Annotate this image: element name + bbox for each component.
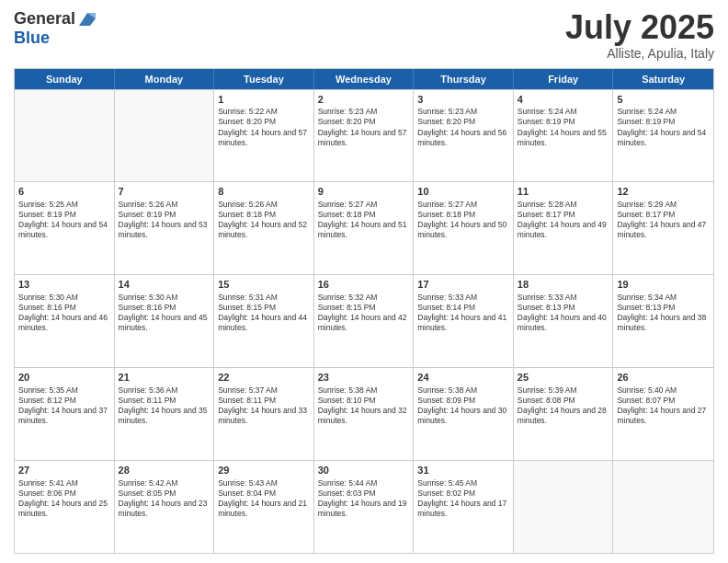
- sunset-text: Sunset: 8:20 PM: [218, 117, 310, 127]
- day-number: 26: [617, 371, 710, 385]
- day-cell-19: 19Sunrise: 5:34 AMSunset: 8:13 PMDayligh…: [613, 275, 713, 367]
- daylight-text: Daylight: 14 hours and 33 minutes.: [218, 406, 310, 426]
- day-cell-4: 4Sunrise: 5:24 AMSunset: 8:19 PMDaylight…: [514, 90, 614, 182]
- subtitle: Alliste, Apulia, Italy: [565, 46, 714, 61]
- sunset-text: Sunset: 8:15 PM: [318, 303, 410, 313]
- day-cell-7: 7Sunrise: 5:26 AMSunset: 8:19 PMDaylight…: [115, 182, 215, 274]
- day-cell-29: 29Sunrise: 5:43 AMSunset: 8:04 PMDayligh…: [214, 461, 314, 553]
- sunrise-text: Sunrise: 5:26 AM: [119, 200, 210, 210]
- sunset-text: Sunset: 8:17 PM: [617, 210, 710, 220]
- day-number: 10: [417, 185, 509, 199]
- sunset-text: Sunset: 8:18 PM: [218, 210, 310, 220]
- sunset-text: Sunset: 8:05 PM: [119, 488, 210, 499]
- day-number: 31: [417, 464, 509, 477]
- sunrise-text: Sunrise: 5:30 AM: [119, 293, 210, 303]
- sunset-text: Sunset: 8:11 PM: [119, 396, 210, 406]
- calendar-week-5: 27Sunrise: 5:41 AMSunset: 8:06 PMDayligh…: [15, 460, 713, 553]
- day-cell-12: 12Sunrise: 5:29 AMSunset: 8:17 PMDayligh…: [613, 182, 713, 274]
- daylight-text: Daylight: 14 hours and 30 minutes.: [417, 406, 509, 426]
- empty-cell: [15, 90, 115, 182]
- sunset-text: Sunset: 8:04 PM: [218, 488, 310, 499]
- sunset-text: Sunset: 8:07 PM: [617, 396, 710, 406]
- day-number: 5: [617, 93, 710, 107]
- day-number: 28: [119, 464, 210, 477]
- sunset-text: Sunset: 8:06 PM: [18, 488, 110, 499]
- sunrise-text: Sunrise: 5:39 AM: [518, 385, 609, 396]
- calendar-week-3: 13Sunrise: 5:30 AMSunset: 8:16 PMDayligh…: [15, 274, 713, 367]
- month-title: July 2025: [565, 9, 714, 46]
- sunrise-text: Sunrise: 5:38 AM: [318, 385, 410, 396]
- day-cell-23: 23Sunrise: 5:38 AMSunset: 8:10 PMDayligh…: [314, 368, 415, 460]
- empty-cell: [613, 461, 713, 553]
- sunset-text: Sunset: 8:16 PM: [18, 303, 110, 313]
- day-number: 13: [18, 278, 110, 292]
- calendar-week-1: 1Sunrise: 5:22 AMSunset: 8:20 PMDaylight…: [15, 89, 713, 182]
- daylight-text: Daylight: 14 hours and 17 minutes.: [417, 499, 509, 519]
- day-number: 20: [18, 371, 110, 385]
- daylight-text: Daylight: 14 hours and 21 minutes.: [218, 499, 310, 519]
- daylight-text: Daylight: 14 hours and 49 minutes.: [518, 220, 609, 240]
- day-number: 11: [518, 185, 609, 199]
- daylight-text: Daylight: 14 hours and 37 minutes.: [18, 406, 110, 426]
- day-cell-8: 8Sunrise: 5:26 AMSunset: 8:18 PMDaylight…: [214, 182, 314, 274]
- sunrise-text: Sunrise: 5:37 AM: [218, 385, 310, 396]
- day-cell-2: 2Sunrise: 5:23 AMSunset: 8:20 PMDaylight…: [314, 90, 415, 182]
- logo-icon: [77, 9, 97, 29]
- daylight-text: Daylight: 14 hours and 35 minutes.: [119, 406, 210, 426]
- day-cell-3: 3Sunrise: 5:23 AMSunset: 8:20 PMDaylight…: [414, 90, 514, 182]
- sunset-text: Sunset: 8:19 PM: [617, 117, 710, 127]
- day-cell-28: 28Sunrise: 5:42 AMSunset: 8:05 PMDayligh…: [115, 461, 215, 553]
- daylight-text: Daylight: 14 hours and 38 minutes.: [617, 313, 710, 333]
- daylight-text: Daylight: 14 hours and 55 minutes.: [518, 128, 609, 148]
- sunset-text: Sunset: 8:14 PM: [417, 303, 509, 313]
- day-number: 1: [218, 93, 310, 107]
- sunrise-text: Sunrise: 5:33 AM: [518, 293, 609, 303]
- daylight-text: Daylight: 14 hours and 28 minutes.: [518, 406, 609, 426]
- sunrise-text: Sunrise: 5:42 AM: [119, 478, 210, 488]
- sunrise-text: Sunrise: 5:33 AM: [417, 293, 509, 303]
- day-number: 2: [318, 93, 410, 107]
- sunrise-text: Sunrise: 5:22 AM: [218, 107, 310, 117]
- logo: General Blue: [14, 9, 97, 48]
- day-number: 6: [18, 185, 110, 199]
- sunset-text: Sunset: 8:09 PM: [417, 396, 509, 406]
- daylight-text: Daylight: 14 hours and 25 minutes.: [18, 499, 110, 519]
- day-cell-1: 1Sunrise: 5:22 AMSunset: 8:20 PMDaylight…: [214, 90, 314, 182]
- empty-cell: [115, 90, 215, 182]
- sunset-text: Sunset: 8:15 PM: [218, 303, 310, 313]
- sunrise-text: Sunrise: 5:28 AM: [518, 200, 609, 210]
- sunrise-text: Sunrise: 5:40 AM: [617, 385, 710, 396]
- daylight-text: Daylight: 14 hours and 44 minutes.: [218, 313, 310, 333]
- sunrise-text: Sunrise: 5:26 AM: [218, 200, 310, 210]
- sunrise-text: Sunrise: 5:27 AM: [318, 200, 410, 210]
- daylight-text: Daylight: 14 hours and 19 minutes.: [318, 499, 410, 519]
- sunrise-text: Sunrise: 5:27 AM: [417, 200, 509, 210]
- day-cell-25: 25Sunrise: 5:39 AMSunset: 8:08 PMDayligh…: [514, 368, 614, 460]
- day-cell-5: 5Sunrise: 5:24 AMSunset: 8:19 PMDaylight…: [613, 90, 713, 182]
- day-number: 19: [617, 278, 710, 292]
- sunrise-text: Sunrise: 5:29 AM: [617, 200, 710, 210]
- daylight-text: Daylight: 14 hours and 23 minutes.: [119, 499, 210, 519]
- day-number: 29: [218, 464, 310, 477]
- daylight-text: Daylight: 14 hours and 41 minutes.: [417, 313, 509, 333]
- day-number: 4: [518, 93, 609, 107]
- day-cell-9: 9Sunrise: 5:27 AMSunset: 8:18 PMDaylight…: [314, 182, 415, 274]
- calendar-body: 1Sunrise: 5:22 AMSunset: 8:20 PMDaylight…: [15, 89, 713, 553]
- sunset-text: Sunset: 8:08 PM: [518, 396, 609, 406]
- day-number: 3: [417, 93, 509, 107]
- sunset-text: Sunset: 8:20 PM: [417, 117, 509, 127]
- daylight-text: Daylight: 14 hours and 27 minutes.: [617, 406, 710, 426]
- daylight-text: Daylight: 14 hours and 51 minutes.: [318, 220, 410, 240]
- day-number: 12: [617, 185, 710, 199]
- sunrise-text: Sunrise: 5:35 AM: [18, 385, 110, 396]
- daylight-text: Daylight: 14 hours and 54 minutes.: [617, 128, 710, 148]
- sunset-text: Sunset: 8:11 PM: [218, 396, 310, 406]
- daylight-text: Daylight: 14 hours and 42 minutes.: [318, 313, 410, 333]
- sunset-text: Sunset: 8:13 PM: [518, 303, 609, 313]
- day-number: 21: [119, 371, 210, 385]
- sunrise-text: Sunrise: 5:41 AM: [18, 478, 110, 488]
- sunset-text: Sunset: 8:03 PM: [318, 488, 410, 499]
- day-number: 18: [518, 278, 609, 292]
- day-cell-13: 13Sunrise: 5:30 AMSunset: 8:16 PMDayligh…: [15, 275, 115, 367]
- daylight-text: Daylight: 14 hours and 53 minutes.: [119, 220, 210, 240]
